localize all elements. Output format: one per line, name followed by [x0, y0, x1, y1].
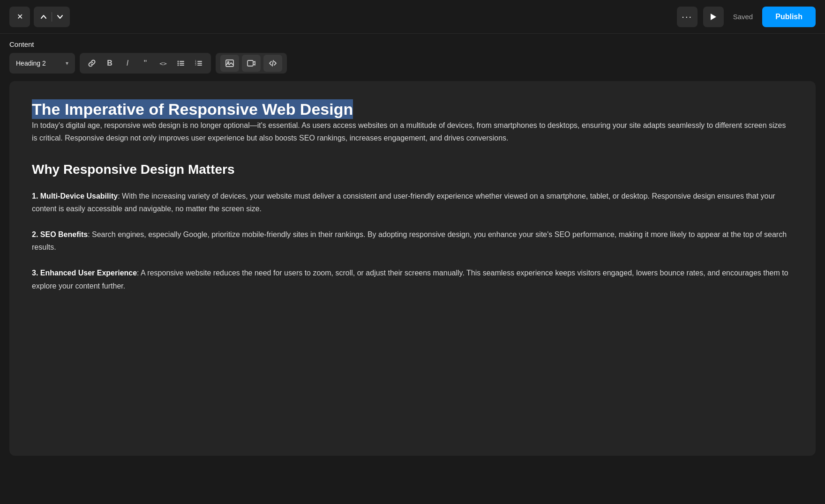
- chevron-down-icon: ▾: [66, 60, 68, 67]
- image-icon: [225, 59, 234, 68]
- svg-rect-8: [197, 65, 202, 66]
- content-section-label: Content: [0, 34, 825, 53]
- svg-rect-1: [180, 63, 184, 64]
- nav-divider: [52, 12, 52, 22]
- svg-rect-2: [180, 65, 184, 66]
- insert-video-button[interactable]: [242, 55, 261, 72]
- publish-label: Publish: [775, 13, 802, 21]
- bullet-list-icon: [177, 59, 185, 67]
- bold-icon: B: [107, 59, 112, 67]
- insert-embed-button[interactable]: [263, 55, 282, 72]
- format-group: B I " <> 1 2: [80, 53, 211, 74]
- svg-rect-14: [248, 60, 253, 66]
- toolbar-left: ✕: [9, 7, 70, 27]
- svg-rect-7: [197, 63, 202, 64]
- publish-button[interactable]: Publish: [762, 7, 816, 27]
- editor-area[interactable]: The Imperative of Responsive Web Design …: [9, 81, 816, 456]
- code-icon: <>: [159, 60, 167, 67]
- toolbar-right: ··· Saved Publish: [677, 7, 816, 27]
- numbered-list-icon: 1 2 3: [195, 59, 203, 67]
- formatting-toolbar: Heading 2 ▾ B I " <>: [0, 53, 825, 81]
- saved-status: Saved: [729, 13, 757, 21]
- article-point-3: 3. Enhanced User Experience: A responsiv…: [32, 267, 793, 292]
- insert-image-button[interactable]: [220, 55, 239, 72]
- italic-icon: I: [127, 59, 128, 67]
- nav-group: [34, 7, 70, 27]
- code-button[interactable]: <>: [155, 55, 172, 72]
- article-point-2-bold: 2. SEO Benefits: [32, 230, 88, 238]
- chevron-up-icon: [40, 14, 47, 20]
- close-button[interactable]: ✕: [9, 7, 30, 27]
- svg-text:3: 3: [195, 63, 196, 66]
- close-icon: ✕: [17, 12, 23, 21]
- bold-button[interactable]: B: [101, 55, 118, 72]
- nav-up-button[interactable]: [38, 12, 50, 22]
- svg-point-5: [178, 65, 179, 66]
- heading-select-label: Heading 2: [16, 59, 46, 67]
- article-intro: In today's digital age, responsive web d…: [32, 119, 793, 144]
- svg-rect-6: [197, 61, 202, 62]
- quote-icon: ": [144, 59, 147, 68]
- svg-point-3: [178, 61, 179, 62]
- embed-icon: [268, 59, 278, 68]
- chevron-down-icon: [57, 14, 63, 20]
- bullet-list-button[interactable]: [172, 55, 189, 72]
- article-point-3-text: : A responsive website reduces the need …: [32, 269, 788, 289]
- quote-button[interactable]: ": [137, 55, 154, 72]
- more-options-button[interactable]: ···: [677, 7, 698, 27]
- link-icon: [88, 59, 96, 67]
- svg-point-4: [178, 63, 179, 64]
- link-button[interactable]: [83, 55, 100, 72]
- article-point-1-text: : With the increasing variety of devices…: [32, 192, 775, 213]
- article-point-1-bold: 1. Multi-Device Usability: [32, 192, 118, 200]
- article-point-2: 2. SEO Benefits: Search engines, especia…: [32, 228, 793, 253]
- svg-point-13: [228, 62, 229, 63]
- video-icon: [247, 59, 256, 68]
- svg-rect-12: [226, 60, 233, 67]
- numbered-list-button[interactable]: 1 2 3: [190, 55, 207, 72]
- article-title: The Imperative of Responsive Web Design: [32, 99, 353, 119]
- article-point-3-bold: 3. Enhanced User Experience: [32, 269, 137, 277]
- play-icon: [711, 14, 716, 20]
- article-point-2-text: : Search engines, especially Google, pri…: [32, 230, 787, 251]
- more-icon: ···: [682, 11, 692, 22]
- article-subtitle: Why Responsive Design Matters: [32, 161, 793, 178]
- preview-button[interactable]: [703, 7, 724, 27]
- italic-button[interactable]: I: [119, 55, 136, 72]
- svg-line-15: [272, 60, 273, 66]
- top-toolbar: ✕ ··· Saved Publish: [0, 0, 825, 34]
- heading-type-select[interactable]: Heading 2 ▾: [9, 53, 75, 74]
- svg-rect-0: [180, 61, 184, 62]
- article-point-1: 1. Multi-Device Usability: With the incr…: [32, 190, 793, 215]
- nav-down-button[interactable]: [54, 12, 66, 22]
- insert-group: [216, 53, 287, 74]
